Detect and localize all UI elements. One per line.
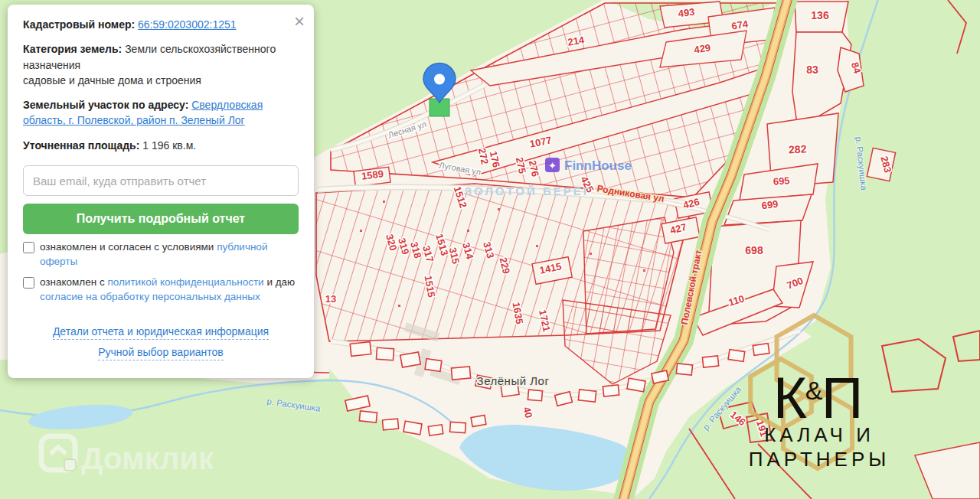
close-icon[interactable]: × xyxy=(294,12,305,31)
cadastral-number-label: Кадастровый номер: xyxy=(23,18,135,31)
area-row: Уточненная площадь: 1 196 кв.м. xyxy=(23,138,299,153)
cadastral-number-link[interactable]: 66:59:0203002:1251 xyxy=(138,18,236,31)
kp-ampersand: & xyxy=(805,376,823,405)
kp-initial-k: К xyxy=(773,365,807,430)
category-label: Категория земель: xyxy=(23,43,122,55)
offer-text: ознакомлен и согласен с условиями xyxy=(40,241,214,253)
finnhouse-logo: ✦ FinnHouse xyxy=(545,158,632,173)
kp-initial-p: П xyxy=(822,365,864,430)
personal-data-link[interactable]: согласие на обработку персональных данны… xyxy=(40,291,260,302)
category-extra: садовые и дачные дома и строения xyxy=(23,74,201,86)
domclick-label: Домклик xyxy=(81,442,214,475)
panel-footer-links: Детали отчета и юридическая информация Р… xyxy=(23,321,299,364)
parcel-label: 699 xyxy=(761,198,779,211)
parcel-label: 136 xyxy=(811,9,829,21)
parcel-label: 13 xyxy=(325,293,336,305)
finnhouse-label: FinnHouse xyxy=(564,158,632,173)
offer-checkbox[interactable] xyxy=(23,242,34,253)
parcel-label: 83 xyxy=(806,64,818,76)
get-report-button[interactable]: Получить подробный отчет xyxy=(23,204,299,234)
privacy-checkbox-label: ознакомлен с политикой конфиденциальност… xyxy=(40,276,299,305)
privacy-text-2: и даю xyxy=(266,276,295,288)
offer-checkbox-label: ознакомлен и согласен с условиями публич… xyxy=(40,240,299,269)
area-value: 1 196 кв.м. xyxy=(142,139,196,152)
village-label: Зелёный Лог xyxy=(477,374,550,387)
privacy-policy-link[interactable]: политикой конфиденциальности xyxy=(107,276,263,288)
manual-selection-link[interactable]: Ручной выбор вариантов xyxy=(98,344,224,360)
privacy-checkbox[interactable] xyxy=(23,277,34,289)
offer-checkbox-row: ознакомлен и согласен с условиями публич… xyxy=(23,240,299,269)
area-label: Уточненная площадь: xyxy=(23,139,139,152)
parcel-info-panel: × Кадастровый номер: 66:59:0203002:1251 … xyxy=(8,5,314,378)
address-row: Земельный участок по адресу: Свердловска… xyxy=(23,97,299,129)
parcel-label: 493 xyxy=(678,6,695,19)
kp-line2: ПАРТНЕРЫ xyxy=(749,448,890,471)
cadastral-number-row: Кадастровый номер: 66:59:0203002:1251 xyxy=(23,17,299,32)
parcel-label: 695 xyxy=(773,174,790,187)
district-label: ЗОЛОТОЙ БЕРЕГ xyxy=(465,184,592,197)
privacy-checkbox-row: ознакомлен с политикой конфиденциальност… xyxy=(23,276,299,305)
report-details-link[interactable]: Детали отчета и юридическая информация xyxy=(53,324,269,340)
privacy-text-1: ознакомлен с xyxy=(40,276,105,288)
kp-line1: КАЛАЧ И xyxy=(764,423,874,446)
category-row: Категория земель: Земли сельскохозяйстве… xyxy=(23,41,299,88)
email-input[interactable] xyxy=(23,165,299,196)
finnhouse-star-icon: ✦ xyxy=(548,160,557,171)
parcel-label: 282 xyxy=(789,142,807,155)
parcel-label: 698 xyxy=(745,244,763,256)
address-label: Земельный участок по адресу: xyxy=(23,99,188,111)
